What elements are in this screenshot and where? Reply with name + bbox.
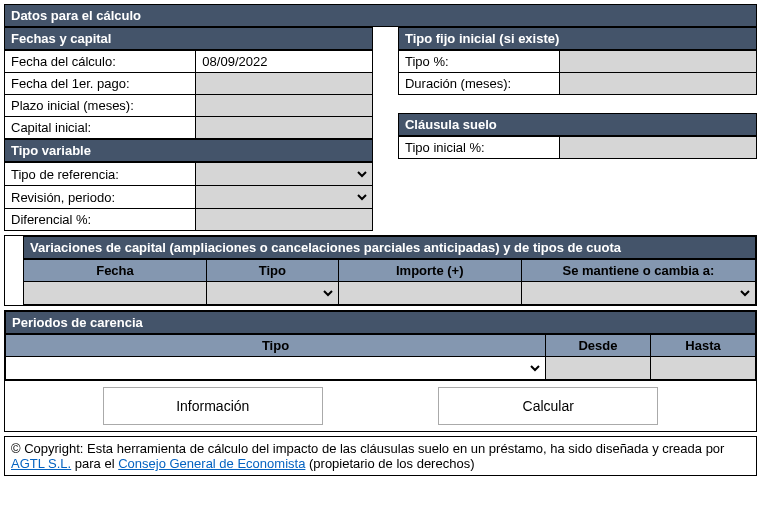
fecha-1er-pago-label: Fecha del 1er. pago: (5, 73, 196, 95)
fechas-header: Fechas y capital (4, 27, 373, 50)
var-col-fecha: Fecha (24, 260, 207, 282)
clausula-header: Cláusula suelo (398, 113, 757, 136)
tipo-ref-cell[interactable] (196, 163, 373, 186)
main-title: Datos para el cálculo (4, 4, 757, 27)
tipo-fijo-header: Tipo fijo inicial (si existe) (398, 27, 757, 50)
revision-label: Revisión, periodo: (5, 186, 196, 209)
footer-post: (propietario de los derechos) (305, 456, 474, 471)
capital-value[interactable] (196, 117, 373, 139)
table-row (6, 357, 756, 380)
link-consejo[interactable]: Consejo General de Economista (118, 456, 305, 471)
tipo-pct-value[interactable] (560, 51, 757, 73)
footer-pre: © Copyright: Esta herramienta de cálculo… (11, 441, 724, 456)
car-desde-input[interactable] (546, 357, 651, 380)
fecha-calculo-value[interactable]: 08/09/2022 (196, 51, 373, 73)
car-hasta-input[interactable] (651, 357, 756, 380)
revision-select[interactable] (198, 187, 370, 207)
tipo-pct-label: Tipo %: (398, 51, 559, 73)
variaciones-table: Fecha Tipo Importe (+) Se mantiene o cam… (23, 259, 756, 305)
tipo-fijo-table: Tipo %: Duración (meses): (398, 50, 757, 95)
var-col-importe: Importe (+) (338, 260, 521, 282)
plazo-label: Plazo inicial (meses): (5, 95, 196, 117)
table-row (24, 282, 756, 305)
var-col-tipo: Tipo (207, 260, 339, 282)
duracion-value[interactable] (560, 73, 757, 95)
informacion-button[interactable]: Información (103, 387, 323, 425)
plazo-value[interactable] (196, 95, 373, 117)
var-col-mantiene: Se mantiene o cambia a: (521, 260, 755, 282)
tipo-ref-select[interactable] (198, 164, 370, 184)
var-importe-input[interactable] (338, 282, 521, 305)
footer-mid: para el (71, 456, 118, 471)
fecha-1er-pago-value[interactable] (196, 73, 373, 95)
var-tipo-cell[interactable] (207, 282, 339, 305)
calcular-button[interactable]: Calcular (438, 387, 658, 425)
var-mantiene-select[interactable] (524, 283, 753, 303)
var-mantiene-cell[interactable] (521, 282, 755, 305)
carencia-header: Periodos de carencia (5, 311, 756, 334)
var-tipo-select[interactable] (209, 283, 336, 303)
tipo-variable-table: Tipo de referencia: Revisión, periodo: D… (4, 162, 373, 231)
fecha-calculo-label: Fecha del cálculo: (5, 51, 196, 73)
car-tipo-select[interactable] (8, 358, 543, 378)
copyright-footer: © Copyright: Esta herramienta de cálculo… (4, 436, 757, 476)
tipo-inicial-value[interactable] (560, 137, 757, 159)
car-tipo-cell[interactable] (6, 357, 546, 380)
tipo-inicial-label: Tipo inicial %: (398, 137, 559, 159)
carencia-table: Tipo Desde Hasta (5, 334, 756, 380)
fechas-table: Fecha del cálculo: 08/09/2022 Fecha del … (4, 50, 373, 139)
car-col-tipo: Tipo (6, 335, 546, 357)
duracion-label: Duración (meses): (398, 73, 559, 95)
diferencial-label: Diferencial %: (5, 209, 196, 231)
revision-cell[interactable] (196, 186, 373, 209)
diferencial-value[interactable] (196, 209, 373, 231)
car-col-desde: Desde (546, 335, 651, 357)
tipo-variable-header: Tipo variable (4, 139, 373, 162)
var-fecha-input[interactable] (24, 282, 207, 305)
tipo-ref-label: Tipo de referencia: (5, 163, 196, 186)
link-agtl[interactable]: AGTL S.L. (11, 456, 71, 471)
car-col-hasta: Hasta (651, 335, 756, 357)
clausula-table: Tipo inicial %: (398, 136, 757, 159)
variaciones-header: Variaciones de capital (ampliaciones o c… (23, 236, 756, 259)
capital-label: Capital inicial: (5, 117, 196, 139)
